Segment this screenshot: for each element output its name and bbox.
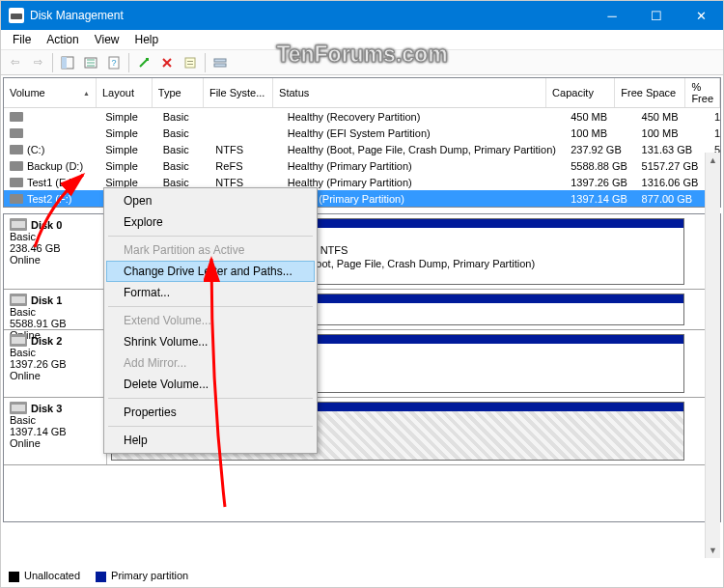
- volume-icon: [10, 145, 23, 154]
- svg-rect-5: [185, 58, 195, 68]
- maximize-button[interactable]: ☐: [634, 1, 679, 30]
- ctx-properties[interactable]: Properties: [106, 402, 315, 423]
- ctx-delete[interactable]: Delete Volume...: [106, 374, 315, 395]
- col-layout[interactable]: Layout: [97, 78, 153, 107]
- svg-rect-8: [214, 59, 226, 62]
- ctx-change-drive-letter[interactable]: Change Drive Letter and Paths...: [106, 261, 315, 282]
- volume-row[interactable]: (C:)SimpleBasicNTFSHealthy (Boot, Page F…: [4, 141, 720, 157]
- svg-rect-1: [62, 57, 67, 69]
- svg-rect-7: [187, 64, 193, 65]
- volume-icon: [10, 194, 23, 204]
- col-volume[interactable]: Volume▲: [4, 78, 97, 107]
- help-icon[interactable]: ?: [103, 52, 125, 73]
- volume-icon: [10, 128, 23, 138]
- col-free[interactable]: Free Space: [615, 78, 685, 107]
- col-pctfree[interactable]: % Free: [685, 78, 720, 107]
- ctx-format[interactable]: Format...: [106, 282, 315, 303]
- volume-icon: [10, 161, 23, 171]
- volume-icon: [10, 178, 23, 187]
- svg-rect-6: [187, 61, 193, 62]
- scroll-down-icon[interactable]: ▼: [706, 543, 720, 558]
- refresh-icon[interactable]: [80, 52, 101, 73]
- scan-icon[interactable]: [133, 52, 154, 73]
- ctx-mirror: Add Mirror...: [106, 352, 315, 374]
- svg-text:?: ?: [111, 58, 116, 68]
- svg-rect-9: [214, 64, 226, 67]
- prop-icon[interactable]: [180, 52, 201, 73]
- app-icon: [9, 8, 24, 23]
- panel-icon[interactable]: [57, 52, 78, 73]
- volume-row[interactable]: SimpleBasicHealthy (EFI System Partition…: [4, 125, 720, 141]
- ctx-mark-active: Mark Partition as Active: [106, 239, 315, 261]
- menu-file[interactable]: File: [5, 31, 39, 48]
- ctx-extend: Extend Volume...: [106, 310, 315, 331]
- delete-icon[interactable]: [156, 52, 178, 73]
- close-button[interactable]: ✕: [679, 1, 723, 30]
- disk-icon: [10, 334, 27, 347]
- ctx-shrink[interactable]: Shrink Volume...: [106, 331, 315, 352]
- toolbar: ⇦ ⇨ ?: [1, 50, 723, 75]
- back-icon: ⇦: [4, 52, 25, 73]
- volume-row[interactable]: Backup (D:)SimpleBasicReFSHealthy (Prima…: [4, 157, 720, 174]
- col-capacity[interactable]: Capacity: [546, 78, 615, 107]
- ctx-help[interactable]: Help: [106, 430, 315, 451]
- col-type[interactable]: Type: [153, 78, 204, 107]
- partition[interactable]: (C:)237.92 GB NTFSHealthy (Boot, Page Fi…: [260, 218, 684, 285]
- legend-unallocated: Unallocated: [24, 570, 80, 581]
- context-menu[interactable]: Open Explore Mark Partition as Active Ch…: [103, 187, 318, 454]
- scrollbar[interactable]: ▲ ▼: [705, 153, 720, 558]
- disk-icon: [10, 294, 27, 306]
- minimize-button[interactable]: ─: [590, 1, 634, 30]
- fwd-icon: ⇨: [27, 52, 48, 73]
- ctx-open[interactable]: Open: [106, 190, 315, 211]
- titlebar[interactable]: Disk Management ─ ☐ ✕: [1, 1, 723, 30]
- col-status[interactable]: Status: [273, 78, 546, 107]
- menu-view[interactable]: View: [87, 31, 127, 48]
- col-filesys[interactable]: File Syste...: [204, 78, 273, 107]
- disk-icon: [10, 218, 27, 231]
- scroll-up-icon[interactable]: ▲: [706, 153, 720, 168]
- legend-primary: Primary partition: [111, 570, 188, 581]
- menubar: File Action View Help: [1, 30, 723, 50]
- volume-row[interactable]: SimpleBasicHealthy (Recovery Partition)4…: [4, 108, 720, 125]
- disk-icon: [10, 402, 27, 414]
- window-title: Disk Management: [30, 9, 590, 22]
- menu-action[interactable]: Action: [39, 31, 86, 48]
- legend: Unallocated Primary partition: [9, 570, 188, 582]
- menu-help[interactable]: Help: [127, 31, 167, 48]
- volume-icon: [10, 112, 23, 122]
- layout-icon[interactable]: [209, 52, 231, 73]
- ctx-explore[interactable]: Explore: [106, 211, 315, 233]
